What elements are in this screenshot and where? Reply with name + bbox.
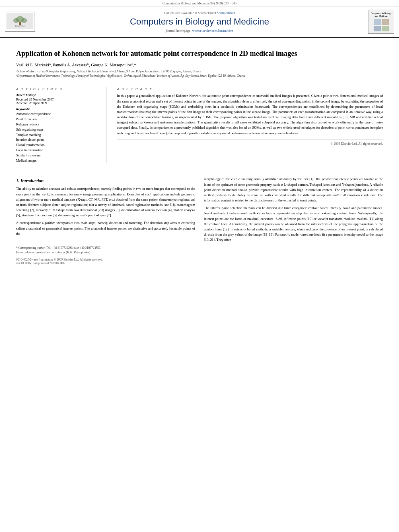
affiliations: ᵃSchool of Electrical and Computer Engin… [16, 70, 383, 78]
intro-para-1: The ability to calculate accurate and ro… [16, 186, 195, 218]
body-columns: 1. Introduction The ability to calculate… [16, 177, 383, 265]
elsevier-logo-image: ELSEVIER [6, 13, 33, 29]
journal-title: Computers in Biology and Medicine [35, 16, 364, 27]
keywords-list: Automatic correspondence Point extractio… [16, 112, 97, 163]
abstract-title: A B S T R A C T [117, 87, 383, 91]
keyword-9: Similarity measure [16, 153, 97, 158]
article-title: Application of Kohonen network for autom… [16, 49, 383, 58]
journal-header: ELSEVIER Contents lists available at Sci… [0, 6, 399, 38]
received-date: Received 20 November 2007 [16, 98, 97, 101]
article-info-panel: A R T I C L E I N F O Article history: R… [16, 87, 97, 163]
footnote-email: E-mail address: gmatso@esd.ece.ntua.gr (… [16, 250, 195, 255]
bottom-ids: 0010-4825/$ - see front matter © 2009 El… [16, 258, 195, 265]
keyword-2: Point extraction [16, 117, 97, 122]
issn-line: 0010-4825/$ - see front matter © 2009 El… [16, 258, 195, 261]
footnote-star: * Corresponding author. Tel.: +30 210772… [16, 246, 195, 250]
right-para-1: morphology of the visible anatomy, usual… [204, 177, 383, 203]
svg-point-4 [21, 18, 27, 23]
section-divider [16, 170, 383, 170]
sciencedirect-link[interactable]: ScienceDirect [217, 11, 235, 15]
keyword-3: Kohonen network [16, 122, 97, 127]
doi-line: doi:10.1016/j.compbiomed.2009.04.006 [16, 261, 195, 265]
keyword-1: Automatic correspondence [16, 112, 97, 117]
svg-point-3 [13, 18, 19, 23]
keyword-6: Iterative closest point [16, 138, 97, 143]
keywords-label: Keywords: [16, 107, 97, 111]
authors-line: Vasiliki E. Markakiᵃ, Pantelis A. Asvest… [16, 62, 383, 67]
info-divider [107, 87, 107, 163]
journal-center: Contents lists available at ScienceDirec… [35, 11, 364, 33]
section-1-heading: 1. Introduction [16, 178, 195, 183]
affiliation-a: ᵃSchool of Electrical and Computer Engin… [16, 70, 383, 74]
svg-text:ELSEVIER: ELSEVIER [15, 25, 25, 27]
body-col-left: 1. Introduction The ability to calculate… [16, 177, 195, 265]
keyword-10: Medical images [16, 158, 97, 164]
footnote-area: * Corresponding author. Tel.: +30 210772… [16, 243, 195, 255]
intro-para-2: A correspondence algorithm incorporates … [16, 220, 195, 236]
history-label: Article history: [16, 93, 97, 97]
journal-homepage: journal homepage: www.elsevier.com/locat… [35, 29, 364, 33]
info-abstract-block: A R T I C L E I N F O Article history: R… [16, 83, 383, 163]
body-col-right: morphology of the visible anatomy, usual… [204, 177, 383, 265]
elsevier-logo: ELSEVIER [5, 12, 35, 32]
abstract-panel: A B S T R A C T In this paper, a general… [117, 87, 383, 163]
thumb-image [374, 19, 389, 31]
keyword-4: Self organizing maps [16, 127, 97, 133]
main-content: Application of Kohonen network for autom… [0, 38, 399, 273]
homepage-url[interactable]: www.elsevier.com/locate/cbm [192, 29, 233, 33]
accepted-date: Accepted 28 April 2009 [16, 101, 97, 105]
abstract-text: In this paper, a generalized application… [117, 93, 383, 136]
keyword-5: Template matching [16, 133, 97, 138]
copyright-line: © 2009 Elsevier Ltd. All rights reserved… [117, 139, 383, 146]
sciencedirect-line: Contents lists available at ScienceDirec… [35, 11, 364, 15]
affiliation-b: ᵇDepartment of Medical Instruments Techn… [16, 74, 383, 78]
top-bar: Computers in Biology and Medicine 39 (20… [0, 0, 399, 6]
keyword-7: Global transformation [16, 143, 97, 148]
journal-thumbnail: Computers in Biology and Medicine [368, 10, 394, 34]
keyword-8: Local transformation [16, 148, 97, 153]
journal-citation: Computers in Biology and Medicine 39 (20… [162, 2, 237, 5]
right-para-2: The interest point detection methods can… [204, 205, 383, 242]
article-info-title: A R T I C L E I N F O [16, 87, 97, 91]
